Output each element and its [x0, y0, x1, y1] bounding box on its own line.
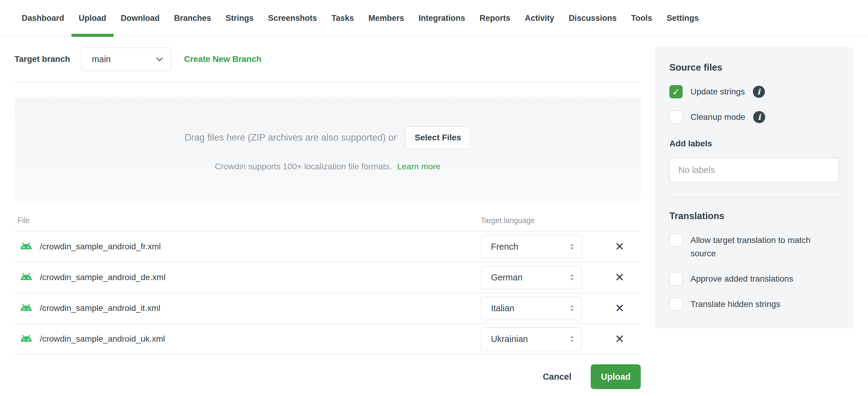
dropzone-line2: Crowdin supports 100+ localization file … [215, 162, 440, 171]
create-new-branch-link[interactable]: Create New Branch [184, 54, 261, 64]
nav-item-dashboard[interactable]: Dashboard [14, 0, 71, 36]
update-strings-checkbox[interactable]: ✓ [670, 85, 683, 98]
target-language-select[interactable]: French [481, 235, 582, 259]
language-cell: German ✕ [481, 265, 641, 289]
target-language-select[interactable]: Ukrainian [481, 327, 582, 351]
nav-item-download[interactable]: Download [114, 0, 167, 36]
target-branch-value: main [92, 54, 111, 64]
file-cell: /crowdin_sample_android_de.xml [14, 273, 481, 282]
approve-translations-label: Approve added translations [690, 272, 793, 285]
close-icon: ✕ [615, 302, 624, 314]
target-language-value: German [491, 273, 523, 283]
file-name: /crowdin_sample_android_fr.xml [40, 242, 161, 251]
table-header: File Target language [14, 213, 641, 231]
upload-options-panel: Source files ✓ Update strings i ✓ Cleanu… [655, 47, 854, 329]
dropzone-line1: Drag files here (ZIP archives are also s… [184, 126, 471, 149]
source-files-title: Source files [670, 62, 839, 73]
translate-hidden-label: Translate hidden strings [690, 298, 780, 311]
sort-arrows-icon [569, 305, 575, 312]
nav-item-activity[interactable]: Activity [518, 0, 561, 36]
file-cell: /crowdin_sample_android_fr.xml [14, 242, 481, 251]
nav-item-strings[interactable]: Strings [218, 0, 261, 36]
file-dropzone[interactable]: Drag files here (ZIP archives are also s… [14, 96, 641, 201]
android-icon [19, 273, 33, 282]
language-cell: Ukrainian ✕ [481, 327, 641, 351]
language-cell: French ✕ [481, 235, 641, 259]
remove-file-button[interactable]: ✕ [613, 271, 627, 284]
column-header-file: File [14, 216, 481, 225]
allow-match-source-label: Allow target translation to match source [690, 234, 832, 260]
approve-translations-checkbox[interactable]: ✓ [670, 272, 683, 285]
sort-arrows-icon [569, 335, 575, 343]
file-cell: /crowdin_sample_android_it.xml [14, 303, 481, 313]
nav-item-settings[interactable]: Settings [659, 0, 706, 36]
upload-button[interactable]: Upload [591, 364, 641, 389]
update-strings-label: Update strings [690, 85, 745, 98]
section-divider [14, 82, 641, 83]
target-branch-row: Target branch main Create New Branch [14, 47, 641, 71]
target-branch-select[interactable]: main [81, 47, 172, 71]
sort-arrows-icon [569, 274, 575, 281]
drag-files-text: Drag files here (ZIP archives are also s… [184, 132, 397, 143]
main-nav: Dashboard Upload Download Branches Strin… [0, 0, 868, 37]
formats-text: Crowdin supports 100+ localization file … [215, 162, 392, 171]
target-language-select[interactable]: German [481, 265, 582, 289]
remove-file-button[interactable]: ✕ [613, 239, 627, 254]
column-header-target-language: Target language [481, 216, 641, 225]
nav-item-screenshots[interactable]: Screenshots [261, 0, 324, 36]
file-name: /crowdin_sample_android_it.xml [40, 303, 160, 313]
cleanup-mode-checkbox[interactable]: ✓ [670, 111, 683, 124]
allow-match-source-checkbox[interactable]: ✓ [670, 234, 683, 247]
info-icon[interactable]: i [753, 86, 765, 98]
footer-actions: Cancel Upload [14, 364, 641, 389]
nav-item-tasks[interactable]: Tasks [324, 0, 361, 36]
labels-input[interactable] [670, 158, 839, 182]
translate-hidden-checkbox[interactable]: ✓ [670, 298, 683, 311]
option-row-approve-translations: ✓ Approve added translations [670, 272, 839, 285]
close-icon: ✕ [615, 333, 624, 345]
target-branch-label: Target branch [14, 54, 70, 64]
file-name: /crowdin_sample_android_de.xml [40, 273, 165, 282]
target-language-value: Italian [491, 303, 514, 313]
table-row: /crowdin_sample_android_uk.xml Ukrainian… [14, 324, 641, 355]
sort-arrows-icon [569, 243, 575, 250]
page-body: Target branch main Create New Branch Dra… [0, 37, 868, 389]
target-language-select[interactable]: Italian [481, 296, 582, 320]
sidebar-divider [670, 197, 839, 198]
table-row: /crowdin_sample_android_de.xml German ✕ [14, 262, 641, 293]
option-row-translate-hidden: ✓ Translate hidden strings [670, 298, 839, 311]
android-icon [19, 334, 33, 343]
target-language-value: Ukrainian [491, 334, 528, 344]
option-row-cleanup-mode: ✓ Cleanup mode i [670, 111, 839, 124]
nav-item-upload[interactable]: Upload [71, 0, 114, 36]
android-icon [19, 304, 33, 313]
files-table: File Target language /crowdin_sample_and… [14, 213, 641, 355]
cleanup-mode-label: Cleanup mode [690, 111, 745, 124]
table-row: /crowdin_sample_android_it.xml Italian ✕ [14, 293, 641, 324]
add-labels-title: Add labels [670, 139, 839, 148]
chevron-down-icon [156, 57, 163, 62]
cancel-button[interactable]: Cancel [543, 372, 571, 382]
language-cell: Italian ✕ [481, 296, 641, 320]
nav-item-tools[interactable]: Tools [624, 0, 659, 36]
nav-item-integrations[interactable]: Integrations [411, 0, 472, 36]
nav-item-members[interactable]: Members [361, 0, 411, 36]
file-name: /crowdin_sample_android_uk.xml [40, 334, 165, 344]
android-icon [19, 242, 33, 251]
upload-content: Target branch main Create New Branch Dra… [14, 37, 641, 389]
option-row-allow-match-source: ✓ Allow target translation to match sour… [670, 234, 839, 260]
learn-more-link[interactable]: Learn more [397, 162, 440, 171]
file-cell: /crowdin_sample_android_uk.xml [14, 334, 481, 344]
nav-item-branches[interactable]: Branches [167, 0, 218, 36]
select-files-button[interactable]: Select Files [405, 126, 471, 149]
table-row: /crowdin_sample_android_fr.xml French ✕ [14, 231, 641, 262]
remove-file-button[interactable]: ✕ [613, 301, 627, 315]
target-language-value: French [491, 242, 518, 252]
option-row-update-strings: ✓ Update strings i [670, 85, 839, 98]
close-icon: ✕ [615, 240, 624, 253]
translations-title: Translations [670, 211, 839, 222]
nav-item-discussions[interactable]: Discussions [561, 0, 624, 36]
info-icon[interactable]: i [753, 111, 765, 123]
nav-item-reports[interactable]: Reports [472, 0, 518, 36]
remove-file-button[interactable]: ✕ [613, 332, 627, 346]
